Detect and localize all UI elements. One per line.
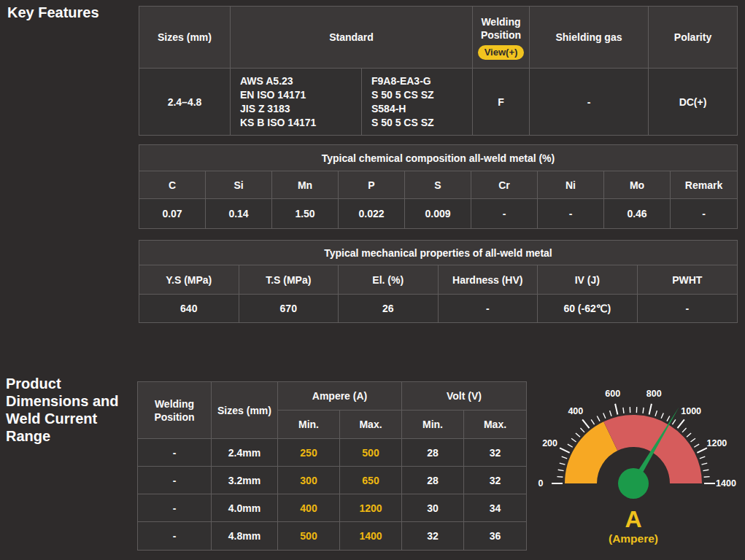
mechanical-column-header: IV (J) <box>538 265 638 295</box>
dimensions-title-line: Weld Current <box>6 410 118 427</box>
chemical-table-title: Typical chemical composition all-weld me… <box>139 145 737 171</box>
chemical-column-header: Mn <box>272 171 339 199</box>
gauge-tick-label: 1200 <box>707 438 727 448</box>
dimensions-title-line: Dimensions and <box>6 392 118 410</box>
key-features-table: Sizes (mm) Standard Welding Position Vie… <box>139 6 738 136</box>
mechanical-column-header: Hardness (HV) <box>439 265 539 295</box>
cr-amp-max-cell: 650 <box>340 467 402 494</box>
mechanical-column-header: PWHT <box>638 265 738 295</box>
gauge-tick <box>568 444 573 447</box>
gauge-tick <box>562 456 567 459</box>
gauge-tick <box>560 448 570 453</box>
gauge-tick <box>649 404 652 415</box>
mechanical-value-cell: - <box>638 295 738 322</box>
gauge-tick-label: 800 <box>646 389 662 399</box>
standard-code-line: S 50 5 CS SZ <box>371 88 434 102</box>
gauge-tick <box>690 438 695 442</box>
chemical-column-header: P <box>339 171 405 199</box>
gauge-tick <box>703 470 709 470</box>
gauge-tick <box>687 433 691 437</box>
gauge-tick <box>672 419 675 424</box>
mechanical-value-cell: 640 <box>139 295 239 322</box>
gauge-tick <box>597 416 600 421</box>
mechanical-column-header: T.S (MPa) <box>239 265 339 295</box>
standard-code-line: S584-H <box>371 102 406 116</box>
cr-welding-position-cell: - <box>138 467 212 494</box>
dimensions-title-line: Product <box>6 375 118 392</box>
standard-code-line: S 50 5 CS SZ <box>371 116 434 130</box>
cr-welding-position-cell: - <box>138 494 212 522</box>
cr-volt-max-cell: 32 <box>464 467 526 494</box>
gauge-tick <box>582 419 589 428</box>
ampere-max-header: Max. <box>340 411 402 439</box>
cr-welding-position-label: Welding Position <box>149 397 200 424</box>
chemical-column-header: Si <box>206 171 272 199</box>
mechanical-column-header: El. (%) <box>339 265 439 295</box>
cr-amp-min-cell: 300 <box>278 467 340 494</box>
ampere-gauge-svg: 0200400600800100012001400A(Ampere) <box>535 384 739 558</box>
polarity-value: DC(+) <box>649 69 737 135</box>
chemical-column-header: C <box>139 171 206 199</box>
cr-volt-min-cell: 28 <box>402 467 464 494</box>
chemical-column-header: Cr <box>471 171 538 199</box>
cr-amp-max-cell: 1200 <box>340 494 402 522</box>
shielding-gas-header: Shielding gas <box>530 7 649 69</box>
current-range-table: Welding Position Sizes (mm) Ampere (A) V… <box>137 381 527 551</box>
gauge-tick <box>702 463 708 464</box>
cr-amp-min-cell: 400 <box>278 494 340 522</box>
gauge-tick-label: 200 <box>542 438 557 448</box>
chemical-column-header: Ni <box>538 171 604 199</box>
gauge-tick <box>576 433 580 437</box>
gauge-tick <box>558 470 564 470</box>
chemical-value-cell: 0.009 <box>405 199 471 228</box>
gauge-band-0 <box>581 436 611 483</box>
welding-position-header-label: Welding Position <box>479 15 524 42</box>
cr-welding-position-cell: - <box>138 522 212 550</box>
dimensions-title-line: Range <box>6 427 118 445</box>
gauge-tick <box>667 416 670 421</box>
ampere-header: Ampere (A) <box>278 382 402 411</box>
volt-max-header: Max. <box>464 411 526 439</box>
cr-amp-max-cell: 1400 <box>340 522 402 550</box>
gauge-tick <box>560 463 565 464</box>
cr-amp-min-cell: 500 <box>278 522 340 550</box>
gauge-tick-label: 600 <box>605 389 620 399</box>
gauge-tick <box>704 477 710 478</box>
gauge-tick <box>655 411 657 416</box>
gauge-tick-label: 1400 <box>716 478 736 489</box>
gauge-tick <box>700 456 705 459</box>
cr-amp-max-cell: 500 <box>340 439 402 467</box>
cr-sizes-header: Sizes (mm) <box>212 382 278 439</box>
chemical-value-cell: 0.46 <box>604 199 671 228</box>
cr-size-cell: 4.0mm <box>212 494 278 522</box>
cr-size-cell: 2.4mm <box>212 439 278 467</box>
chemical-value-cell: 1.50 <box>272 199 339 228</box>
standard-org-line: KS B ISO 14171 <box>240 116 316 130</box>
sizes-value: 2.4–4.8 <box>139 69 231 135</box>
cr-volt-min-cell: 32 <box>402 522 464 550</box>
key-features-title: Key Features <box>7 4 99 21</box>
gauge-tick <box>623 408 624 413</box>
chemical-value-cell: 0.022 <box>339 199 405 228</box>
standard-code-line: F9A8-EA3-G <box>371 74 431 88</box>
gauge-tick <box>615 404 617 415</box>
product-spec-page: Key Features Sizes (mm) Standard Welding… <box>0 0 745 560</box>
cr-size-cell: 4.8mm <box>212 522 278 550</box>
cr-volt-max-cell: 34 <box>464 494 526 522</box>
gauge-tick-label: 0 <box>539 478 544 489</box>
welding-position-value: F <box>473 69 530 135</box>
view-button[interactable]: View(+) <box>478 45 525 60</box>
cr-welding-position-header: Welding Position <box>138 382 212 439</box>
standard-orgs-cell: AWS A5.23EN ISO 14171JIS Z 3183KS B ISO … <box>231 69 362 135</box>
mechanical-value-cell: - <box>439 295 539 322</box>
gauge-tick <box>682 428 687 432</box>
standard-header: Standard <box>231 7 473 69</box>
dimensions-title: ProductDimensions andWeld CurrentRange <box>6 375 118 445</box>
mechanical-table-title: Typical mechanical properties of all-wel… <box>139 241 737 265</box>
chemical-composition-table: Typical chemical composition all-weld me… <box>139 144 738 229</box>
cr-volt-min-cell: 30 <box>402 494 464 522</box>
gauge-tick <box>661 413 663 418</box>
gauge-tick <box>697 448 707 453</box>
gauge-tick <box>603 413 606 418</box>
chemical-value-cell: - <box>671 199 737 228</box>
